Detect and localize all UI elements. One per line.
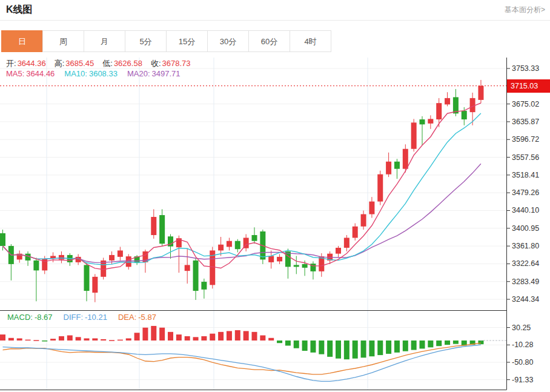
current-price-tag: 3715.03 [507,79,550,93]
tab-week[interactable]: 周 [42,30,84,52]
macd-bar [126,338,131,341]
macd-dea-label: DEA: [118,313,136,322]
macd-bar [109,340,114,341]
candle-body [252,235,257,241]
ohlc-low-label: 低: [102,59,113,68]
candle-body [436,103,442,119]
candle-body [277,257,282,261]
macd-bar [361,341,366,357]
macd-bar [84,338,90,341]
macd-bar [260,336,265,341]
candle-body [428,119,433,123]
page-title: K线图 [6,4,33,16]
candle-body [118,250,123,256]
axis-tick-label: 3635.87 [512,118,539,126]
tab-5min[interactable]: 5分 [125,30,167,52]
axis-tick-label: 3283.49 [512,277,539,286]
candle-body [445,98,450,104]
candle-body [462,111,467,119]
macd-bar [176,334,182,341]
ma-ma5-label: MA5: [6,69,24,78]
macd-macd-value: -8.67 [35,313,53,322]
axis-tick-label: -91.33 [512,376,533,384]
macd-bar [310,341,316,353]
macd-bar [453,341,459,344]
candle-body [336,248,341,254]
macd-bar [353,341,358,359]
macd-bar [218,332,224,341]
macd-bar [344,341,350,359]
macd-bar [193,337,199,341]
macd-bar [369,341,374,356]
macd-bar [168,332,173,341]
ma-legend: MA5:3644.46MA10:3608.33MA20:3497.71 [6,69,190,78]
axis-tick-label: -50.80 [512,358,533,367]
candle-body [478,86,483,100]
tab-15min[interactable]: 15分 [166,30,208,52]
fundamental-analysis-link[interactable]: 基本面分析> [505,5,545,15]
macd-bar [101,339,106,341]
axis-tick-label: 3440.10 [512,206,539,214]
macd-bar [252,332,257,341]
macd-bar [420,341,425,348]
tab-30min[interactable]: 30分 [207,30,249,52]
macd-bar [76,337,81,341]
axis-tick-label: 3361.80 [512,242,539,250]
ohlc-high-label: 高: [55,59,65,68]
tab-day[interactable]: 日 [1,30,43,52]
macd-bar [268,338,274,341]
macd-bar [294,341,299,348]
ma20-line [3,164,481,262]
tab-month[interactable]: 月 [84,30,125,52]
axis-tick-label: 3596.72 [512,135,539,144]
macd-bar [0,334,5,341]
macd-bar [445,341,450,345]
macd-bar [327,341,333,357]
macd-bar [319,341,324,354]
ma-ma20-label: MA20: [127,69,150,78]
candle-body [377,174,383,202]
candle-body [369,202,374,214]
candle-body [353,227,358,238]
ohlc-close-value: 3678.73 [162,59,191,68]
tab-4hour[interactable]: 4时 [290,30,331,52]
macd-bar [67,336,73,341]
dea-line [3,343,481,374]
candle-body [403,149,408,169]
axis-tick-label: 30.25 [512,324,531,332]
macd-bar [285,341,291,345]
candle-body [84,265,90,291]
candle-body [411,122,417,148]
macd-bar [134,333,140,341]
macd-bar [436,341,442,346]
ohlc-open-label: 开: [6,59,16,68]
ohlc-legend: 开:3644.36高:3685.45低:3626.58收:3678.73 [6,58,199,69]
candle-body [235,241,240,249]
macd-bar [210,334,215,341]
macd-bar [151,326,156,341]
period-tabs: 日周月5分15分30分60分4时 [2,30,331,52]
macd-bar [336,341,341,359]
candle-body [302,264,308,268]
axis-tick-label: 3518.41 [512,171,539,179]
macd-bar [277,341,282,343]
candle-body [344,238,350,247]
candle-body [101,261,106,277]
ma-ma10-value: 3608.33 [89,69,118,78]
candle-body [185,265,190,271]
ma5-line [3,103,481,270]
macd-bar [17,338,22,341]
macd-bar [118,340,123,341]
macd-bar [377,341,383,355]
candle-body [0,233,5,246]
macd-bar [201,336,207,341]
tab-60min[interactable]: 60分 [248,30,290,52]
candle-body [386,162,391,174]
macd-bar [42,341,47,342]
macd-diff-label: DIFF: [64,313,84,322]
macd-macd-label: MACD: [7,313,33,322]
macd-bar [92,338,98,341]
candle-body [294,265,299,267]
macd-bar [394,341,400,353]
candle-body [218,245,224,251]
